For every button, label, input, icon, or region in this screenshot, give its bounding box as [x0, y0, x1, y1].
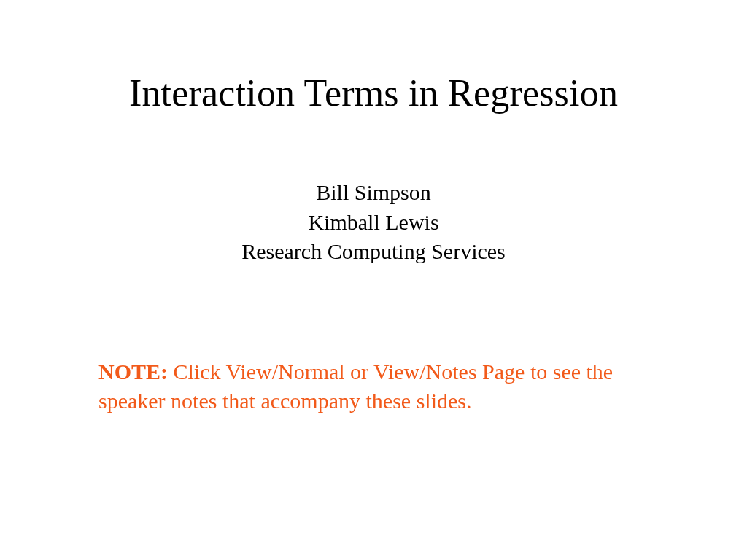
- note-label: NOTE:: [98, 359, 168, 384]
- author-line-2: Kimball Lewis: [0, 208, 747, 238]
- note-block: NOTE: Click View/Normal or View/Notes Pa…: [98, 357, 660, 415]
- author-line-3: Research Computing Services: [0, 237, 747, 267]
- slide-title: Interaction Terms in Regression: [0, 71, 747, 114]
- author-block: Bill Simpson Kimball Lewis Research Comp…: [0, 178, 747, 267]
- slide: Interaction Terms in Regression Bill Sim…: [0, 0, 747, 560]
- note-text: Click View/Normal or View/Notes Page to …: [98, 359, 613, 413]
- author-line-1: Bill Simpson: [0, 178, 747, 208]
